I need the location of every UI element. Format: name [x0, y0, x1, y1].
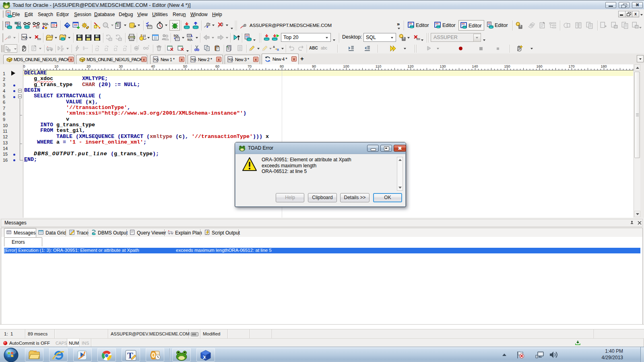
svg-text:B: B: [277, 48, 279, 51]
svg-text:X: X: [203, 354, 206, 360]
svg-text:A: A: [273, 45, 275, 48]
